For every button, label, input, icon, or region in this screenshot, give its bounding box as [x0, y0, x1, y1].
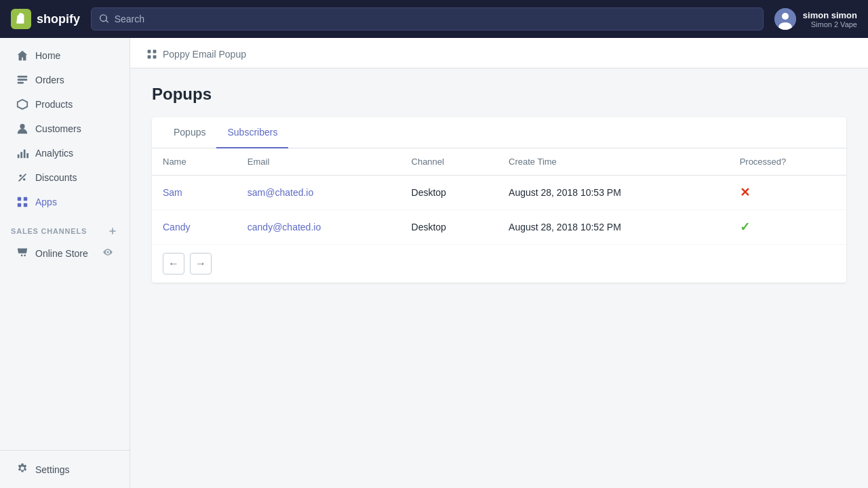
table-row: Candy candy@chated.io Desktop August 28,…: [152, 210, 846, 245]
settings-label: Settings: [35, 464, 70, 475]
sidebar-label-customers: Customers: [35, 123, 81, 134]
home-icon: [16, 49, 28, 62]
tab-subscribers[interactable]: Subscribers: [216, 117, 288, 148]
sidebar-label-products: Products: [35, 99, 73, 110]
svg-point-12: [23, 178, 26, 181]
status-processed-icon: ✓: [740, 220, 750, 234]
subscriber-email-link-0[interactable]: sam@chated.io: [248, 187, 313, 198]
sidebar-label-discounts: Discounts: [35, 172, 77, 183]
svg-rect-21: [153, 56, 157, 59]
user-info[interactable]: simon simon Simon 2 Vape: [774, 8, 857, 30]
subscribers-table: Name Email Channel Create Time Processed…: [152, 148, 846, 244]
sidebar-item-customers[interactable]: Customers: [5, 117, 124, 140]
discounts-icon: [16, 171, 28, 184]
svg-rect-9: [24, 150, 26, 159]
svg-rect-10: [26, 153, 28, 158]
cell-create-time-1: August 28, 2018 10:52 PM: [498, 210, 729, 245]
online-store-label: Online Store: [35, 248, 102, 259]
apps-icon: [16, 196, 28, 208]
sidebar-item-products[interactable]: Products: [5, 93, 124, 116]
svg-rect-15: [24, 197, 27, 201]
col-email: Email: [237, 148, 401, 176]
col-channel: Channel: [401, 148, 498, 176]
subscribers-table-container: Name Email Channel Create Time Processed…: [152, 148, 846, 244]
shopify-logo[interactable]: shopify: [11, 9, 80, 29]
subscriber-email-link-1[interactable]: candy@chated.io: [248, 222, 321, 232]
cell-email-0: sam@chated.io: [237, 176, 401, 210]
settings-icon: [16, 462, 28, 476]
sidebar-item-apps[interactable]: Apps: [5, 190, 124, 214]
cell-name-0: Sam: [152, 176, 237, 210]
analytics-icon: [16, 147, 28, 159]
table-header: Name Email Channel Create Time Processed…: [152, 148, 846, 176]
table-body: Sam sam@chated.io Desktop August 28, 201…: [152, 176, 846, 245]
sidebar-label-apps: Apps: [35, 197, 57, 207]
subscriber-name-link-1[interactable]: Candy: [163, 222, 190, 232]
eye-icon[interactable]: [102, 247, 113, 260]
cell-processed-0: ✕: [729, 176, 846, 210]
sidebar-item-discounts[interactable]: Discounts: [5, 166, 124, 189]
sidebar-footer: Settings: [0, 450, 130, 488]
sales-channels-section: SALES CHANNELS: [0, 214, 130, 240]
cell-channel-1: Desktop: [401, 210, 498, 245]
status-unprocessed-icon: ✕: [740, 186, 750, 199]
svg-rect-20: [148, 56, 151, 59]
tabs: Popups Subscribers: [152, 117, 846, 148]
svg-rect-3: [18, 76, 27, 78]
svg-rect-17: [24, 203, 27, 207]
user-text: simon simon Simon 2 Vape: [803, 10, 857, 28]
svg-rect-4: [18, 79, 27, 81]
sidebar-item-home[interactable]: Home: [5, 44, 124, 67]
main-card: Popups Subscribers Name Email Channel Cr…: [152, 117, 846, 283]
svg-rect-19: [153, 50, 157, 54]
user-name: simon simon: [803, 10, 857, 20]
pagination: ← →: [152, 244, 846, 283]
col-processed: Processed?: [729, 148, 846, 176]
breadcrumb-grid-icon: [146, 49, 157, 60]
tab-popups[interactable]: Popups: [163, 117, 216, 148]
page-title: Popups: [152, 85, 846, 104]
avatar-image: [774, 8, 796, 30]
cell-processed-1: ✓: [729, 210, 846, 245]
sidebar-item-orders[interactable]: Orders: [5, 68, 124, 92]
svg-rect-5: [18, 82, 24, 84]
svg-point-6: [20, 124, 24, 129]
sidebar-item-settings[interactable]: Settings: [5, 457, 124, 482]
svg-rect-14: [18, 197, 21, 201]
sidebar-label-orders: Orders: [35, 75, 64, 85]
sidebar: Home Orders Products Customers Analytics: [0, 38, 130, 488]
col-name: Name: [152, 148, 237, 176]
add-sales-channel-button[interactable]: [106, 225, 119, 237]
next-page-button[interactable]: →: [190, 253, 212, 274]
user-store: Simon 2 Vape: [803, 20, 857, 28]
svg-point-1: [782, 13, 789, 20]
sidebar-item-analytics[interactable]: Analytics: [5, 142, 124, 165]
prev-page-button[interactable]: ←: [163, 253, 184, 274]
customers-icon: [16, 123, 28, 135]
sidebar-label-home: Home: [35, 50, 60, 61]
svg-point-11: [20, 175, 22, 178]
col-create-time: Create Time: [498, 148, 729, 176]
search-input[interactable]: [115, 14, 755, 24]
table-row: Sam sam@chated.io Desktop August 28, 201…: [152, 176, 846, 210]
online-store-icon: [16, 246, 28, 260]
subscriber-name-link-0[interactable]: Sam: [163, 187, 182, 198]
svg-rect-18: [148, 50, 151, 54]
orders-icon: [16, 74, 28, 86]
shopify-bag-icon: [11, 9, 31, 29]
search-icon: [100, 14, 109, 24]
cell-email-1: candy@chated.io: [237, 210, 401, 245]
cell-create-time-0: August 28, 2018 10:53 PM: [498, 176, 729, 210]
svg-rect-16: [18, 203, 21, 207]
svg-rect-8: [20, 152, 22, 158]
cell-name-1: Candy: [152, 210, 237, 245]
svg-rect-7: [18, 155, 20, 158]
breadcrumb-text: Poppy Email Popup: [163, 49, 246, 60]
search-bar[interactable]: [91, 7, 764, 30]
products-icon: [16, 98, 28, 110]
shopify-text: shopify: [37, 12, 80, 26]
page-body: Popups Popups Subscribers Name Email Ch: [130, 68, 868, 299]
main-content: Poppy Email Popup Popups Popups Subscrib…: [130, 38, 868, 488]
sidebar-item-online-store[interactable]: Online Store: [5, 241, 124, 266]
top-navigation: shopify simon simon Simon 2 Vape: [0, 0, 868, 38]
